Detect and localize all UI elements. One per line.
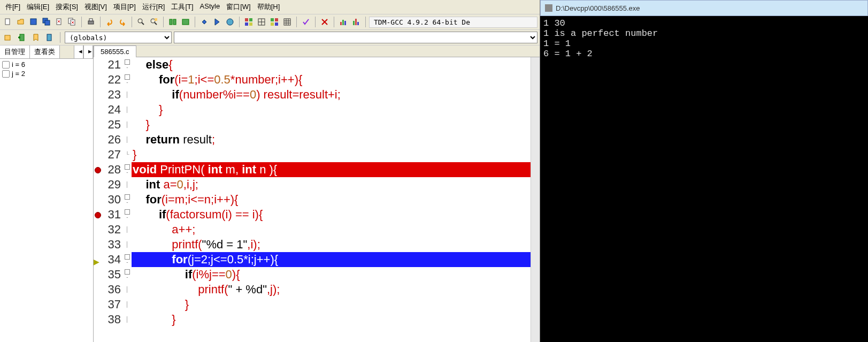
close-button[interactable] — [53, 16, 65, 28]
grid3-button[interactable] — [268, 16, 280, 28]
file-tab[interactable]: 586555.c — [94, 45, 136, 57]
grid4-button[interactable] — [281, 16, 293, 28]
undo-button[interactable] — [104, 16, 116, 28]
svg-point-15 — [227, 19, 233, 25]
new-file-button[interactable] — [2, 16, 14, 28]
svg-rect-29 — [353, 21, 355, 25]
svg-point-10 — [151, 19, 155, 23]
console-icon — [545, 4, 552, 12]
watch-item[interactable]: j = 2 — [1, 69, 92, 78]
bookmark-button[interactable] — [30, 32, 42, 43]
svg-rect-18 — [245, 22, 248, 26]
compiler-label: TDM-GCC 4.9.2 64-bit De — [369, 17, 537, 28]
svg-rect-25 — [284, 19, 290, 25]
console-window: D:\Devcpp\000\586555.exe 1 30 1 is a per… — [540, 0, 868, 342]
save-all-button[interactable] — [41, 16, 52, 28]
svg-rect-16 — [245, 18, 248, 21]
console-output: 1 30 1 is a perfect number 1 = 1 6 = 1 +… — [540, 16, 868, 342]
code-editor[interactable]: 212223242526272829303132333435363738 --│… — [94, 57, 540, 342]
open-button[interactable] — [15, 16, 27, 28]
svg-rect-33 — [20, 34, 24, 41]
step-button[interactable] — [211, 16, 223, 28]
svg-rect-17 — [249, 18, 252, 21]
vertical-scrollbar[interactable] — [531, 57, 540, 342]
svg-rect-0 — [5, 19, 10, 25]
menu-search[interactable]: 搜索[S] — [52, 1, 81, 13]
watch-expr: j = 2 — [12, 70, 25, 78]
scope-combo[interactable]: (globals) — [65, 32, 172, 43]
console-titlebar[interactable]: D:\Devcpp\000\586555.exe — [540, 0, 868, 16]
editor-area: 586555.c 2122232425262728293031323334353… — [94, 45, 540, 342]
menu-run[interactable]: 运行[R] — [139, 1, 168, 13]
cancel-button[interactable] — [319, 16, 331, 28]
svg-rect-22 — [275, 18, 278, 21]
console-title: D:\Devcpp\000\586555.exe — [556, 4, 640, 12]
close-all-button[interactable] — [66, 16, 78, 28]
menu-view[interactable]: 视图[V] — [81, 1, 110, 13]
save-button[interactable] — [28, 16, 40, 28]
svg-rect-7 — [88, 21, 94, 24]
svg-rect-27 — [342, 20, 344, 25]
tab-nav-right[interactable]: ▸ — [83, 45, 93, 58]
svg-rect-31 — [357, 22, 359, 25]
goto-button[interactable] — [44, 32, 56, 43]
svg-rect-13 — [173, 19, 176, 25]
menu-window[interactable]: 窗口[W] — [223, 1, 254, 13]
left-panel: 目管理 查看类 ◂ ▸ i = 6 j = 2 — [0, 45, 94, 342]
tab-project-manager[interactable]: 目管理 — [0, 45, 30, 58]
svg-rect-14 — [182, 19, 189, 25]
line-number-gutter: 212223242526272829303132333435363738 — [94, 57, 123, 342]
chart2-button[interactable] — [350, 16, 362, 28]
menu-bar: 件[F] 编辑[E] 搜索[S] 视图[V] 项目[P] 运行[R] 工具[T]… — [0, 0, 540, 14]
svg-rect-12 — [170, 19, 172, 25]
check-button[interactable] — [300, 16, 312, 28]
print-button[interactable] — [85, 16, 97, 28]
svg-rect-28 — [344, 21, 346, 25]
main-toolbar: TDM-GCC 4.9.2 64-bit De — [0, 14, 540, 30]
svg-rect-26 — [340, 22, 342, 25]
second-toolbar: (globals) — [0, 30, 540, 45]
svg-rect-8 — [89, 19, 93, 21]
svg-rect-1 — [30, 19, 36, 25]
grid1-button[interactable] — [243, 16, 255, 28]
left-panel-tabs: 目管理 查看类 ◂ ▸ — [0, 45, 93, 59]
watch-expr: i = 6 — [12, 60, 25, 69]
tab-class-view[interactable]: 查看类 — [30, 45, 60, 58]
debug-button[interactable] — [198, 16, 210, 28]
menu-astyle[interactable]: AStyle — [197, 1, 224, 13]
ide-window: 件[F] 编辑[E] 搜索[S] 视图[V] 项目[P] 运行[R] 工具[T]… — [0, 0, 540, 342]
file-tab-bar: 586555.c — [94, 45, 540, 57]
menu-file[interactable]: 件[F] — [2, 1, 24, 13]
watch-item[interactable]: i = 6 — [1, 60, 92, 69]
watch-list: i = 6 j = 2 — [0, 59, 93, 342]
svg-rect-30 — [355, 19, 357, 25]
svg-rect-3 — [45, 20, 50, 25]
menu-edit[interactable]: 编辑[E] — [24, 1, 52, 13]
menu-tools[interactable]: 工具[T] — [168, 1, 196, 13]
chart1-button[interactable] — [337, 16, 349, 28]
menu-project[interactable]: 项目[P] — [110, 1, 139, 13]
fold-column: --││││└-│--││--│││ — [123, 57, 132, 342]
code-content[interactable]: else{ for(i=1;i<=0.5*number;i++){ if(num… — [132, 57, 531, 342]
svg-rect-19 — [249, 22, 252, 26]
svg-rect-34 — [47, 34, 51, 41]
replace-button[interactable] — [148, 16, 160, 28]
insert-button[interactable] — [16, 32, 28, 43]
run-button[interactable] — [180, 16, 191, 28]
svg-rect-24 — [275, 22, 278, 26]
svg-point-9 — [138, 19, 142, 23]
grid2-button[interactable] — [256, 16, 267, 28]
compile-button[interactable] — [167, 16, 179, 28]
svg-rect-11 — [155, 18, 157, 21]
tab-nav-left[interactable]: ◂ — [74, 45, 83, 58]
stop-button[interactable] — [224, 16, 236, 28]
svg-rect-23 — [271, 22, 274, 26]
new-project-button[interactable] — [2, 32, 14, 43]
svg-rect-32 — [5, 35, 10, 40]
find-button[interactable] — [135, 16, 147, 28]
svg-rect-21 — [271, 18, 274, 21]
members-combo[interactable] — [174, 32, 537, 43]
menu-help[interactable]: 帮助[H] — [254, 1, 283, 13]
watch-icon — [2, 61, 10, 69]
redo-button[interactable] — [117, 16, 128, 28]
